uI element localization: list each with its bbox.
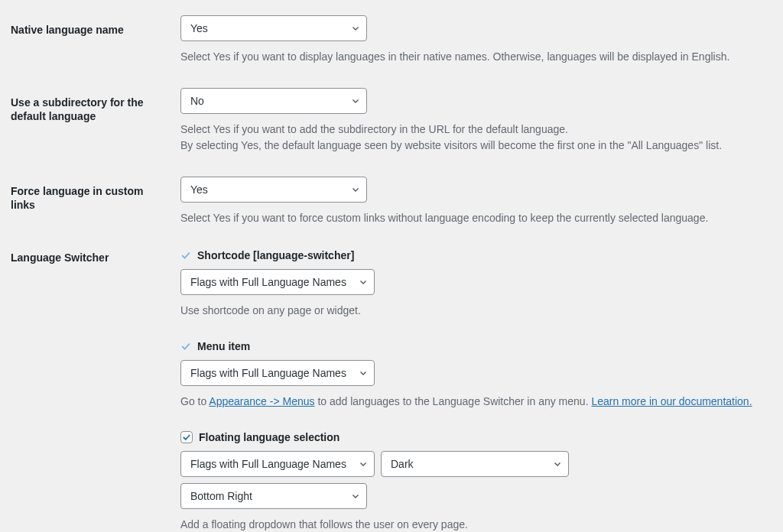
menu-item-title: Menu item [197, 340, 250, 352]
native-lang-desc: Select Yes if you want to display langua… [180, 49, 772, 65]
shortcode-desc: Use shortcode on any page or widget. [180, 303, 772, 319]
appearance-menus-link[interactable]: Appearance -> Menus [209, 395, 314, 407]
subdir-label: Use a subdirectory for the default langu… [11, 96, 168, 123]
shortcode-display-select[interactable]: Flags with Full Language Names [180, 269, 375, 295]
check-icon [180, 250, 191, 261]
native-lang-select[interactable]: Yes [180, 15, 367, 41]
menu-item-display-select[interactable]: Flags with Full Language Names [180, 360, 375, 386]
floating-theme-select[interactable]: Dark [381, 451, 569, 477]
shortcode-title: Shortcode [language-switcher] [197, 249, 354, 261]
floating-display-select[interactable]: Flags with Full Language Names [180, 451, 375, 477]
menu-item-desc: Go to Appearance -> Menus to add languag… [180, 394, 772, 410]
force-links-label: Force language in custom links [11, 184, 168, 212]
force-links-desc: Select Yes if you want to force custom l… [180, 210, 772, 226]
native-lang-label: Native language name [11, 23, 168, 37]
check-icon [182, 433, 191, 442]
floating-position-select[interactable]: Bottom Right [180, 483, 367, 509]
force-links-select[interactable]: Yes [180, 177, 367, 203]
check-icon [180, 341, 191, 352]
learn-more-link[interactable]: Learn more in our documentation. [591, 395, 752, 407]
subdir-desc: Select Yes if you want to add the subdir… [180, 122, 772, 154]
floating-checkbox[interactable] [180, 431, 193, 443]
floating-desc: Add a floating dropdown that follows the… [180, 517, 772, 532]
switcher-label: Language Switcher [11, 251, 168, 264]
floating-title: Floating language selection [199, 431, 340, 443]
subdir-select[interactable]: No [180, 88, 367, 114]
